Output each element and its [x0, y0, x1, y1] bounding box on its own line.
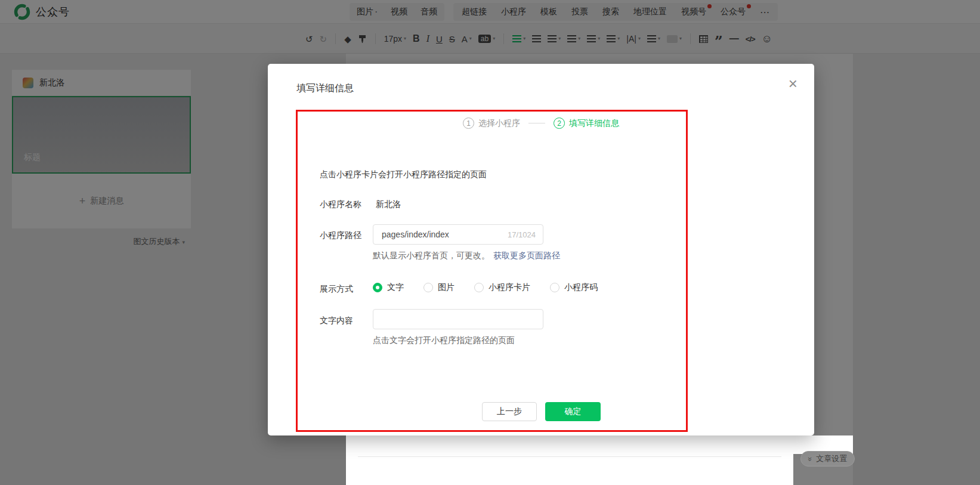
step-number: 1	[463, 118, 474, 129]
path-help-text: 默认显示小程序首页，可更改。获取更多页面路径	[373, 251, 560, 261]
display-mode-label: 展示方式	[320, 284, 353, 295]
radio-miniprogram-card[interactable]: 小程序卡片	[474, 282, 530, 293]
step-label: 选择小程序	[478, 118, 520, 129]
step-connector	[528, 123, 545, 123]
miniprogram-path-label: 小程序路径	[320, 230, 361, 241]
radio-icon	[474, 283, 484, 292]
miniprogram-path-input[interactable]: pages/index/index 17/1024	[373, 224, 543, 245]
editor-divider	[358, 456, 781, 457]
article-settings-button[interactable]: » 文章设置	[800, 451, 855, 467]
step-fill-details: 2 填写详细信息	[554, 118, 619, 129]
radio-icon	[423, 283, 433, 292]
miniprogram-name-label: 小程序名称	[320, 199, 361, 210]
article-settings-label: 文章设置	[816, 453, 847, 464]
path-input-value: pages/index/index	[382, 230, 449, 239]
radio-miniprogram-code[interactable]: 小程序码	[550, 282, 598, 293]
radio-text[interactable]: 文字	[373, 282, 404, 293]
step-select-miniprogram: 1 选择小程序	[463, 118, 520, 129]
get-more-paths-link[interactable]: 获取更多页面路径	[493, 251, 560, 260]
radio-selected-icon	[373, 283, 382, 292]
step-label: 填写详细信息	[569, 118, 619, 129]
miniprogram-detail-dialog: 填写详细信息 × 1 选择小程序 2 填写详细信息 点击小程序卡片会打开小程序路…	[268, 64, 814, 435]
text-content-label: 文字内容	[320, 316, 353, 326]
double-chevron-down-icon: »	[806, 456, 815, 461]
step-indicator: 1 选择小程序 2 填写详细信息	[268, 118, 814, 129]
path-char-counter: 17/1024	[508, 230, 536, 239]
text-help-text: 点击文字会打开小程序指定路径的页面	[373, 335, 515, 346]
editor-paper-bottom	[346, 435, 793, 485]
previous-step-button[interactable]: 上一步	[482, 402, 537, 421]
display-mode-options: 文字 图片 小程序卡片 小程序码	[373, 282, 598, 293]
text-content-input[interactable]	[373, 309, 543, 329]
radio-image[interactable]: 图片	[423, 282, 455, 293]
app: 公众号 图片· 视频 音频 超链接 小程序 模板 投票 搜索 地理位置 视频号 …	[0, 0, 980, 485]
radio-icon	[550, 283, 559, 292]
miniprogram-name-value: 新北洛	[376, 199, 401, 210]
card-hint-text: 点击小程序卡片会打开小程序路径指定的页面	[320, 169, 487, 180]
annotation-red-box	[296, 110, 688, 432]
dialog-title: 填写详细信息	[296, 82, 354, 95]
step-number: 2	[554, 118, 565, 129]
confirm-button[interactable]: 确定	[545, 402, 601, 421]
close-icon[interactable]: ×	[789, 76, 797, 91]
